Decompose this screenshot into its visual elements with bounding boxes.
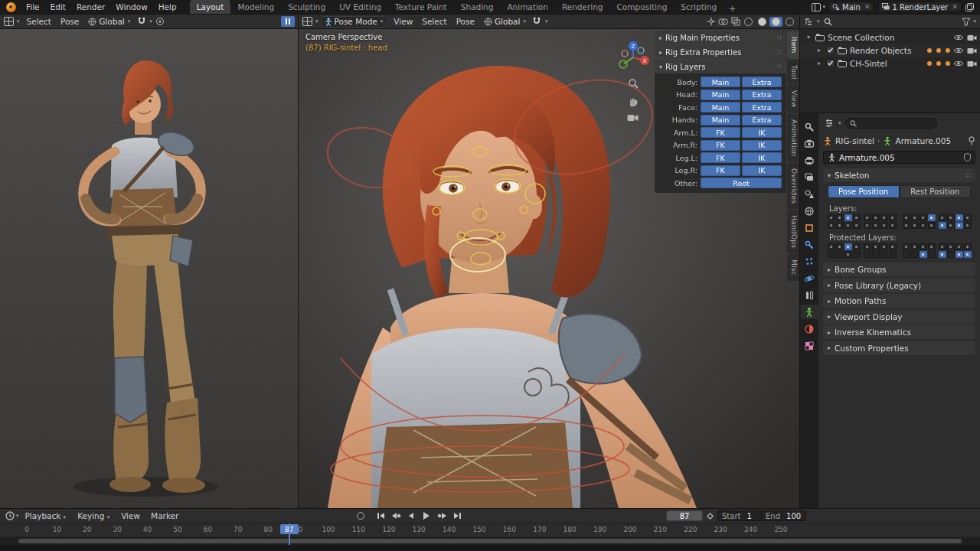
workspace-tab-uv-editing[interactable]: UV Editing [332,0,388,14]
workspace-tab-modeling[interactable]: Modeling [230,0,281,14]
timeline-menu-view[interactable]: View [116,509,145,523]
disclosure-caret-icon[interactable]: ▸ [815,47,823,54]
rig-button-face-extra[interactable]: Extra [742,102,782,112]
new-view-layer-icon[interactable] [964,2,975,12]
proportional-editing-icon[interactable] [155,16,166,27]
properties-tab-object-data[interactable] [801,305,818,319]
editor-type-caret[interactable]: ▾ [17,18,20,24]
protected-layer-toggle-3[interactable] [844,251,852,258]
layer-toggle-10[interactable] [911,214,919,221]
view-layer-selector[interactable]: 1 RenderLayer ✕ [878,2,962,12]
transport-play-button[interactable] [420,510,433,521]
disable-in-renders-camera-icon[interactable] [967,47,977,54]
breadcrumb-data[interactable]: Armature.005 [895,136,951,145]
shading-wireframe-button[interactable] [742,17,755,27]
armature-name-field[interactable] [823,151,975,164]
add-workspace-button[interactable]: + [724,4,741,14]
protected-layer-toggle-12[interactable] [928,243,936,250]
rig-button-leg-r-ik[interactable]: IK [742,165,782,176]
workspace-tab-compositing[interactable]: Compositing [610,0,675,14]
layer-toggle-9[interactable] [903,214,910,221]
protected-layer-toggle-11[interactable] [920,251,927,258]
hide-in-viewport-eye-icon[interactable] [953,60,964,67]
menu-edit[interactable]: Edit [45,0,71,14]
pose-position-button[interactable]: Pose Position [828,185,900,198]
layer-toggle-4[interactable] [853,214,861,221]
menu-view[interactable]: View [389,15,417,28]
transport-jump-end-button[interactable] [450,510,464,521]
layer-toggle-2[interactable] [836,222,844,229]
properties-search-input[interactable] [845,118,937,129]
mode-dropdown[interactable]: Pose Mode ▾ [321,16,388,28]
editor-type-caret[interactable]: ▾ [16,513,19,519]
transform-orientation-dropdown[interactable]: Global ▾ [481,16,530,28]
menu-file[interactable]: File [21,0,45,14]
properties-tab-physics[interactable] [801,271,818,285]
timeline-scrollbar[interactable] [0,537,980,545]
unlink-scene-icon[interactable]: ✕ [864,3,871,11]
transport-prev-keyframe-button[interactable] [389,510,403,521]
protected-layer-toggle-7[interactable] [880,243,888,250]
camera-view-icon[interactable] [627,113,639,122]
protected-layer-toggle-6[interactable] [872,243,880,250]
menu-window[interactable]: Window [110,0,152,14]
properties-tab-modifiers[interactable] [801,237,818,252]
properties-tab-output[interactable] [801,153,818,168]
rig-layers-panel-header[interactable]: ▾ Rig Layers ∷ [655,60,786,73]
timeline-menu-playback[interactable]: Playback ▾ [20,509,73,523]
layer-toggle-11[interactable] [920,222,927,229]
transport-jump-start-button[interactable] [374,510,387,521]
rig-button-head-main[interactable]: Main [701,90,740,100]
layer-toggle-9[interactable] [903,222,910,229]
protected-layer-toggle-12[interactable] [928,251,936,258]
properties-tab-view-layer[interactable] [801,170,818,184]
hide-in-viewport-eye-icon[interactable] [953,47,964,54]
breadcrumb-object[interactable]: RIG-sintel [835,136,874,145]
rig-button-other-root[interactable]: Root [701,178,782,188]
editor-type-caret[interactable]: ▾ [838,120,841,126]
protected-layer-toggle-15[interactable] [956,243,963,250]
filter-caret[interactable]: ▾ [973,18,976,24]
transform-orientation-dropdown[interactable]: Global ▾ [85,16,134,28]
layer-toggle-10[interactable] [911,222,919,229]
editor-type-timeline-icon[interactable] [4,510,15,521]
skeleton-panel-header[interactable]: ▾ Skeleton ∷ [823,168,975,182]
layer-toggle-16[interactable] [964,214,972,221]
collection-checkbox[interactable] [826,59,835,67]
transport-play-reverse-button[interactable] [404,510,418,521]
properties-tab-material[interactable] [801,321,818,336]
layer-toggle-16[interactable] [964,222,972,229]
layer-toggle-15[interactable] [956,222,963,229]
protected-layer-toggle-11[interactable] [920,243,927,250]
protected-layer-toggle-10[interactable] [911,251,919,258]
properties-tab-constraints[interactable] [801,288,818,302]
layout-caret-icon[interactable]: ▾ [822,4,825,10]
editor-type-caret[interactable]: ▾ [817,18,820,24]
protected-layer-toggle-9[interactable] [903,251,910,258]
menu-select[interactable]: Select [417,15,451,28]
editor-type-3d-viewport-icon[interactable] [3,16,15,27]
protected-layer-toggle-14[interactable] [947,251,955,258]
layer-toggle-14[interactable] [947,222,955,229]
protected-layer-toggle-5[interactable] [864,251,871,258]
layer-toggle-3[interactable] [844,222,852,229]
shading-solid-button[interactable] [756,17,769,27]
properties-section-bone-groups[interactable]: ▸Bone Groups [823,262,975,276]
editor-type-outliner-icon[interactable] [803,16,815,27]
layer-toggle-7[interactable] [880,222,888,229]
layer-toggle-8[interactable] [889,222,897,229]
properties-tab-texture[interactable] [801,338,818,353]
sidebar-tab-overrides[interactable]: Overrides [787,163,799,209]
navigation-gizmo[interactable]: Z X [616,40,651,75]
rig-button-head-extra[interactable]: Extra [742,90,782,100]
toggle-xray-icon[interactable] [730,16,741,27]
protected-layer-toggle-4[interactable] [853,251,861,258]
protected-layer-toggle-1[interactable] [828,243,835,250]
disclosure-caret-icon[interactable]: ▸ [815,60,823,67]
properties-tab-object[interactable] [801,220,818,235]
remove-view-layer-icon[interactable]: ✕ [952,3,958,11]
outliner-row-ch-sintel[interactable]: ▸CH-Sintel [800,57,980,70]
viewport-3d-camera[interactable]: Camera Perspective (87) RIG-sintel : hea… [299,29,799,508]
protected-layer-toggle-13[interactable] [939,251,946,258]
disable-in-renders-camera-icon[interactable] [967,34,977,41]
